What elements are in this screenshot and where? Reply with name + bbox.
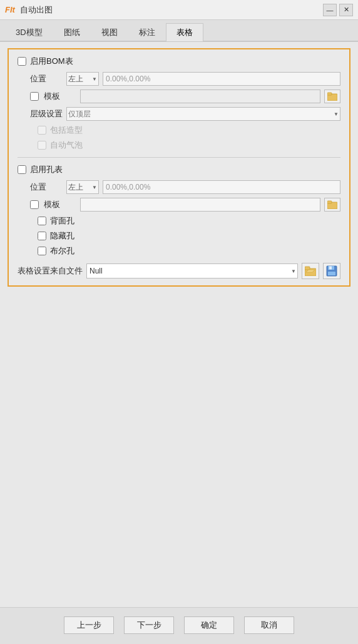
save-icon (326, 265, 337, 277)
hole-back-checkbox[interactable] (38, 217, 46, 225)
svg-rect-9 (329, 267, 332, 270)
svg-rect-10 (328, 272, 335, 275)
table-settings-label: 表格设置来自文件 (18, 265, 83, 277)
bom-auto-bubble-label: 自动气泡 (50, 140, 83, 151)
tab-3d[interactable]: 3D模型 (5, 23, 53, 41)
titlebar-buttons: — ✕ (323, 4, 353, 16)
bom-template-input[interactable] (80, 89, 320, 103)
minimize-button[interactable]: — (323, 4, 337, 16)
hole-template-input[interactable] (80, 198, 320, 212)
bom-level-label: 层级设置 (30, 108, 63, 120)
table-save-btn[interactable] (323, 263, 340, 279)
hole-template-browse-btn[interactable] (324, 198, 340, 212)
folder-icon (327, 92, 337, 101)
folder-icon-2 (327, 200, 337, 209)
bom-position-select[interactable]: 左上 (66, 72, 99, 86)
enable-bom-checkbox[interactable] (18, 57, 26, 66)
bom-auto-bubble-checkbox[interactable] (38, 141, 46, 150)
bom-level-row: 层级设置 仅顶层 (18, 107, 340, 121)
main-window: FIt 自动出图 — ✕ 3D模型 图纸 视图 标注 表格 启用BOM表 位置 (0, 0, 358, 644)
tab-view[interactable]: 视图 (91, 23, 128, 41)
bom-position-row: 位置 左上 (18, 72, 340, 86)
hole-hidden-checkbox[interactable] (38, 232, 46, 240)
ok-button[interactable]: 确定 (184, 616, 234, 634)
bom-section-label: 启用BOM表 (30, 56, 73, 67)
svg-rect-3 (327, 201, 332, 203)
bom-position-label: 位置 (30, 73, 63, 84)
bom-template-checkbox[interactable] (30, 92, 39, 101)
hole-template-checkbox[interactable] (30, 200, 39, 209)
tabbar: 3D模型 图纸 视图 标注 表格 (0, 20, 358, 42)
bom-include-model-label: 包括造型 (50, 125, 83, 136)
enable-hole-checkbox[interactable] (18, 165, 26, 174)
content-area: 启用BOM表 位置 左上 模板 (0, 42, 358, 607)
hole-bur-checkbox[interactable] (38, 247, 46, 255)
table-settings-select-wrapper: Null (86, 263, 298, 279)
tab-drawing[interactable]: 图纸 (53, 23, 91, 41)
bom-auto-bubble-row: 自动气泡 (18, 140, 340, 151)
bom-template-browse-btn[interactable] (324, 89, 340, 103)
content-spacer (8, 287, 350, 601)
next-button[interactable]: 下一步 (124, 616, 174, 634)
table-settings-select[interactable]: Null (86, 263, 298, 279)
tab-table[interactable]: 表格 (166, 23, 203, 41)
open-folder-icon (305, 266, 316, 276)
hole-bur-label: 布尔孔 (50, 245, 74, 257)
footer: 上一步 下一步 确定 取消 (0, 607, 358, 644)
tab-annotation[interactable]: 标注 (128, 23, 166, 41)
prev-button[interactable]: 上一步 (64, 616, 114, 634)
bom-template-row: 模板 (18, 89, 340, 103)
bom-include-model-row: 包括造型 (18, 125, 340, 136)
hole-template-row: 模板 (18, 198, 340, 212)
app-logo: FIt (5, 5, 15, 14)
close-button[interactable]: ✕ (339, 4, 353, 16)
hole-section-label: 启用孔表 (30, 164, 63, 175)
titlebar: FIt 自动出图 — ✕ (0, 0, 358, 20)
bom-level-select[interactable]: 仅顶层 (66, 107, 340, 121)
bom-section-header: 启用BOM表 (18, 56, 340, 67)
table-settings-row: 表格设置来自文件 Null (18, 263, 340, 279)
section-divider (18, 157, 340, 158)
hole-coord-input[interactable] (103, 180, 340, 194)
bom-include-model-checkbox[interactable] (38, 126, 46, 135)
hole-template-label: 模板 (44, 199, 76, 210)
hole-back-row: 背面孔 (18, 215, 340, 227)
main-panel: 启用BOM表 位置 左上 模板 (8, 48, 350, 287)
hole-bur-row: 布尔孔 (18, 245, 340, 257)
bom-level-select-wrapper: 仅顶层 (66, 107, 340, 121)
bom-position-select-wrapper: 左上 (66, 72, 99, 86)
hole-hidden-row: 隐藏孔 (18, 230, 340, 242)
hole-position-row: 位置 左上 (18, 180, 340, 194)
hole-position-select-wrapper: 左上 (66, 180, 99, 194)
hole-back-label: 背面孔 (50, 215, 74, 227)
hole-section-header: 启用孔表 (18, 164, 340, 175)
hole-position-label: 位置 (30, 181, 63, 193)
bom-coord-input[interactable] (103, 72, 340, 86)
hole-hidden-label: 隐藏孔 (50, 230, 74, 242)
bom-template-label: 模板 (44, 91, 76, 102)
table-open-btn[interactable] (302, 263, 319, 279)
svg-rect-1 (327, 93, 332, 95)
svg-rect-5 (305, 267, 310, 270)
hole-position-select[interactable]: 左上 (66, 180, 99, 194)
window-title: 自动出图 (20, 4, 323, 16)
cancel-button[interactable]: 取消 (244, 616, 294, 634)
